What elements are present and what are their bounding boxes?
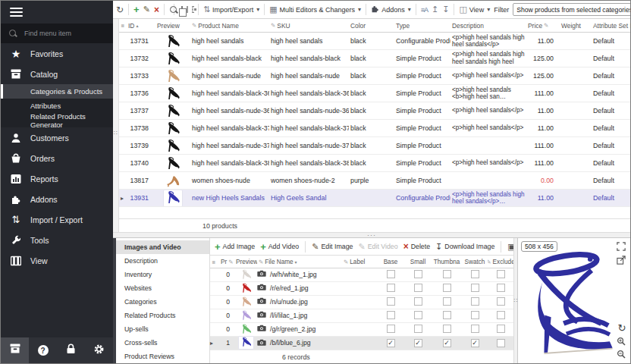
rotate-icon[interactable]: ↻ [617, 322, 627, 333]
details-tab[interactable]: Cross-sells [116, 336, 209, 350]
menu-search-input[interactable] [23, 29, 99, 38]
product-row[interactable]: ▸ 13737 high heel sandals-nude-36 high h… [119, 102, 630, 120]
base-checkbox[interactable]: ✓ [387, 339, 395, 347]
base-checkbox[interactable] [387, 325, 395, 333]
image-row[interactable]: ▸ 0 /w/h/white_1.jpg [210, 268, 513, 282]
column-header-attribute-set-name[interactable]: Attribute Set Name [592, 22, 630, 30]
column-header-small[interactable]: Small [404, 259, 432, 265]
product-row[interactable]: ▸ 13732 high heel sandals-black high hee… [119, 50, 630, 67]
product-row[interactable]: ▸ 13738 high heel sandals-black-37 high … [119, 120, 630, 137]
sidebar-item[interactable]: Attributes [1, 99, 113, 113]
exclude-checkbox[interactable] [497, 297, 505, 306]
column-header-description[interactable]: Description [450, 22, 526, 30]
delete-button[interactable]: ×Delete [403, 242, 430, 251]
swatch-checkbox[interactable] [471, 270, 479, 278]
thumbnail-checkbox[interactable] [443, 270, 451, 278]
sidebar-item[interactable]: Categories & Products [1, 84, 113, 99]
exclude-checkbox[interactable] [497, 311, 505, 319]
sidebar-item[interactable]: Tools [1, 230, 113, 250]
thumbnail-checkbox[interactable] [443, 284, 451, 292]
details-tab[interactable]: Inventory [116, 268, 209, 281]
sidebar-bottom-button[interactable] [85, 337, 113, 363]
thumbnail-checkbox[interactable]: ✓ [443, 339, 451, 347]
column-header-base[interactable]: Base [377, 259, 404, 265]
column-header-weight[interactable]: Weight [560, 22, 592, 30]
thumbnail-checkbox[interactable] [443, 311, 451, 319]
column-header-color[interactable]: Color [349, 22, 394, 30]
filter-dropdown[interactable]: Show products from selected categories ▾ [513, 3, 631, 16]
edit-product-button[interactable]: ✎ [143, 5, 150, 14]
add-image-button[interactable]: +Add Image [215, 242, 255, 252]
image-row[interactable]: ▸ 0 /l/i/lilac_1.jpg [210, 309, 513, 323]
open-external-icon[interactable] [616, 255, 626, 265]
swatch-checkbox[interactable] [471, 325, 479, 333]
image-row[interactable]: ▸ 1 /b/l/blue_6.jpg ✓ ✓ ✓ ✓ [210, 337, 513, 350]
thumbnail-checkbox[interactable] [443, 325, 451, 333]
sidebar-item[interactable]: Catalog [1, 64, 113, 84]
horizontal-splitter[interactable]: ··· [113, 232, 630, 238]
sidebar-item[interactable]: Orders [1, 148, 113, 168]
zoom-out-icon[interactable] [616, 349, 626, 359]
small-checkbox[interactable] [414, 325, 422, 333]
swatch-checkbox[interactable] [471, 284, 479, 292]
column-header-id[interactable]: ID▴ [127, 22, 155, 30]
zoom-in-icon[interactable] [616, 336, 626, 347]
small-checkbox[interactable] [414, 311, 422, 319]
product-row[interactable]: ▸ 13931 new High Heels Sandals High Geel… [119, 190, 630, 207]
edit-image-button[interactable]: ✎Edit Image [312, 242, 353, 252]
view-menu[interactable]: ◫ View ▾ [459, 5, 490, 14]
small-checkbox[interactable] [414, 270, 422, 278]
column-header-type[interactable]: Type [394, 22, 450, 30]
thumbnail-checkbox[interactable] [443, 297, 451, 306]
sidebar-bottom-button[interactable]: ? [29, 337, 57, 363]
details-tab[interactable]: Categories [116, 295, 209, 309]
exclude-checkbox[interactable] [497, 284, 505, 292]
edit-video-button[interactable]: ✎Edit Video [358, 242, 397, 252]
small-checkbox[interactable]: ✓ [414, 339, 422, 347]
column-header-preview[interactable]: Preview [234, 259, 257, 265]
product-row[interactable]: ▸ 13731 high heel sandals high heel sand… [119, 33, 630, 50]
select-button[interactable] [187, 6, 188, 13]
move-up-button[interactable]: ↥ [432, 5, 438, 14]
exclude-checkbox[interactable] [497, 325, 505, 333]
small-checkbox[interactable] [414, 297, 422, 306]
column-header-pr[interactable]: Pr✎ [219, 259, 234, 265]
product-row[interactable]: ▸ 13733 high heel sandals-nude high heel… [119, 67, 630, 85]
column-header-exclude[interactable]: ✎Exclude [488, 259, 513, 265]
fit-screen-icon[interactable] [616, 241, 626, 252]
details-tab[interactable]: Description [116, 254, 209, 268]
details-tab[interactable]: Product Reviews [116, 350, 209, 363]
product-row[interactable]: ▸ 13817 women shoes-nude women shoes-nud… [119, 172, 630, 190]
exclude-checkbox[interactable] [497, 270, 505, 278]
image-row[interactable]: ▸ 0 /r/e/red_1.jpg [210, 282, 513, 296]
image-row[interactable]: ▸ 0 /g/r/green_2.jpg [210, 323, 513, 337]
column-header-price[interactable]: Price✎ [526, 22, 560, 30]
small-checkbox[interactable] [414, 284, 422, 292]
base-checkbox[interactable] [387, 311, 395, 319]
swatch-checkbox[interactable] [471, 297, 479, 306]
sidebar-bottom-button[interactable] [1, 337, 29, 363]
product-row[interactable]: ▸ 13739 high heel sandals-nude-37 high h… [119, 137, 630, 155]
delete-product-button[interactable]: × [154, 5, 159, 14]
category-panel-splitter[interactable]: ∷ [113, 19, 119, 232]
import-export-menu[interactable]: ⇅ Import/Export ▾ [203, 5, 259, 14]
hamburger-menu-button[interactable] [1, 1, 113, 24]
sidebar-item[interactable]: View [1, 250, 113, 271]
sort-az-button[interactable]: ≡A [421, 6, 428, 14]
swatch-checkbox[interactable] [471, 311, 479, 319]
sidebar-item[interactable]: ★ Favorites [1, 43, 113, 64]
sidebar-item[interactable]: Reports [1, 168, 113, 189]
multi-editors-menu[interactable]: ▦ Multi Editors & Changers ▾ [269, 5, 361, 14]
sidebar-item[interactable]: Related Products Generator [1, 113, 113, 127]
set-resize-rule-button[interactable]: ▣Set Resize Rule▾ [507, 242, 513, 252]
sidebar-bottom-button[interactable] [57, 337, 85, 363]
details-tab[interactable]: Websites [116, 281, 209, 295]
swatch-checkbox[interactable]: ✓ [471, 339, 479, 347]
add-video-button[interactable]: +Add Video [260, 242, 299, 252]
addons-menu[interactable]: Addons ▾ [371, 5, 411, 14]
sidebar-item[interactable]: ⇅ Import / Export [1, 209, 113, 230]
exclude-checkbox[interactable] [497, 339, 505, 347]
details-tab[interactable]: Up-sells [116, 322, 209, 336]
details-tab[interactable]: Images and Video [116, 240, 209, 254]
column-header-sku[interactable]: ✎SKU [269, 22, 349, 30]
